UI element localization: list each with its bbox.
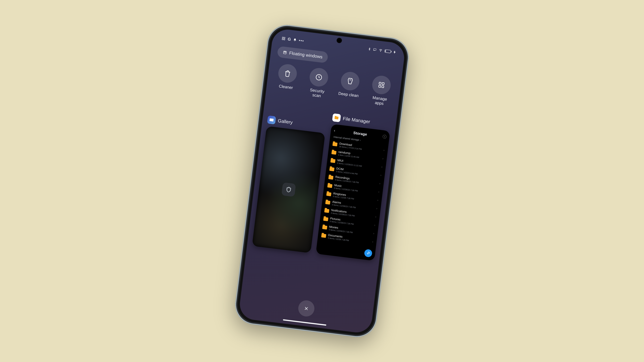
folder-icon bbox=[332, 142, 338, 146]
shortcut-manage-apps[interactable]: Manage apps bbox=[365, 74, 397, 107]
wifi-icon bbox=[378, 48, 383, 52]
shortcut-label: Deep clean bbox=[338, 91, 359, 98]
charging-icon bbox=[394, 50, 396, 54]
lock-icon bbox=[281, 182, 296, 197]
bluetooth-icon bbox=[368, 47, 371, 51]
folder-icon bbox=[324, 209, 329, 213]
fm-list: Download26 items | 7/7/23 3:14 PM›ramdum… bbox=[320, 140, 385, 246]
close-all-button[interactable]: × bbox=[297, 300, 315, 318]
shortcut-cleaner[interactable]: Cleaner bbox=[271, 62, 303, 95]
trash-icon bbox=[284, 69, 292, 78]
folder-icon bbox=[327, 184, 332, 188]
recent-apps: Gallery File Manager bbox=[241, 91, 398, 309]
folder-icon bbox=[332, 150, 336, 155]
home-indicator[interactable] bbox=[283, 319, 326, 326]
folder-icon bbox=[321, 234, 326, 238]
file-manager-app-icon bbox=[332, 113, 341, 122]
folder-icon bbox=[322, 225, 327, 229]
floating-windows-label: Floating windows bbox=[289, 50, 323, 60]
chevron-right-icon: › bbox=[375, 215, 376, 218]
svg-rect-12 bbox=[379, 82, 381, 84]
floating-windows-button[interactable]: Floating windows bbox=[277, 46, 328, 63]
folder-icon bbox=[325, 200, 330, 205]
clean-fab[interactable] bbox=[364, 249, 372, 257]
bell-icon bbox=[293, 38, 297, 42]
info-icon[interactable]: i bbox=[382, 135, 387, 139]
folder-icon bbox=[330, 167, 334, 171]
recent-card-file-manager[interactable]: ‹ Storage i Internal shared storage › Do… bbox=[316, 124, 390, 261]
recent-card-title: File Manager bbox=[342, 116, 370, 124]
shortcut-security-scan[interactable]: Security scan bbox=[302, 66, 334, 99]
chevron-right-icon: › bbox=[376, 207, 377, 210]
svg-rect-0 bbox=[282, 37, 284, 38]
recent-card-gallery[interactable] bbox=[252, 126, 325, 253]
folder-icon bbox=[330, 159, 336, 163]
shortcut-label: Security scan bbox=[309, 87, 325, 98]
svg-rect-13 bbox=[382, 82, 384, 85]
battery-icon: 2 bbox=[384, 49, 392, 53]
svg-rect-10 bbox=[284, 51, 286, 52]
shortcut-deep-clean[interactable]: Deep clean bbox=[334, 70, 366, 103]
gallery-app-icon bbox=[267, 115, 276, 124]
widgets-icon bbox=[282, 36, 286, 40]
grid-icon bbox=[378, 81, 385, 89]
svg-rect-14 bbox=[379, 85, 381, 87]
fm-title: Storage bbox=[353, 131, 367, 137]
phone-frame: G ••• 2 bbox=[233, 23, 411, 339]
chevron-right-icon: › bbox=[379, 182, 380, 185]
chevron-right-icon: › bbox=[384, 149, 384, 152]
shortcut-label: Manage apps bbox=[372, 95, 387, 106]
back-icon[interactable]: ‹ bbox=[334, 128, 336, 133]
folder-icon bbox=[326, 192, 331, 196]
google-icon: G bbox=[288, 37, 291, 42]
scan-icon bbox=[315, 73, 323, 81]
recent-card-title: Gallery bbox=[278, 118, 293, 125]
svg-point-5 bbox=[380, 51, 381, 51]
window-icon bbox=[282, 50, 287, 55]
folder-icon bbox=[328, 175, 334, 180]
chevron-right-icon: › bbox=[382, 157, 384, 160]
chevron-right-icon: › bbox=[381, 165, 382, 169]
chevron-right-icon: › bbox=[380, 174, 381, 177]
svg-rect-3 bbox=[284, 39, 285, 40]
screen: G ••• 2 bbox=[238, 28, 406, 334]
chevron-right-icon: › bbox=[378, 190, 379, 194]
chevron-right-icon: › bbox=[372, 240, 373, 243]
broom-icon bbox=[346, 77, 354, 85]
chevron-right-icon: › bbox=[377, 199, 378, 202]
svg-rect-15 bbox=[382, 86, 384, 88]
cast-icon bbox=[373, 48, 377, 51]
folder-icon bbox=[323, 217, 328, 221]
close-icon: × bbox=[304, 305, 309, 313]
more-icon: ••• bbox=[298, 38, 304, 43]
shortcut-label: Cleaner bbox=[278, 84, 293, 90]
svg-rect-2 bbox=[282, 39, 283, 40]
chevron-right-icon: › bbox=[373, 232, 374, 235]
chevron-right-icon: › bbox=[374, 224, 375, 227]
svg-rect-1 bbox=[284, 37, 285, 38]
